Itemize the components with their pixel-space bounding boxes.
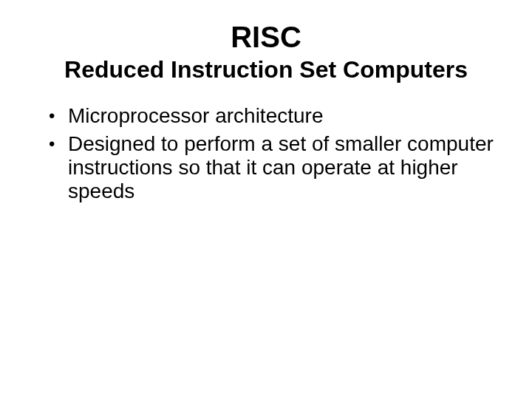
list-item: Microprocessor architecture [44,104,497,128]
slide-title: RISC [35,21,497,53]
bullet-list: Microprocessor architecture Designed to … [35,104,497,204]
list-item: Designed to perform a set of smaller com… [44,132,497,204]
slide: RISC Reduced Instruction Set Computers M… [0,0,532,399]
slide-subtitle: Reduced Instruction Set Computers [35,56,497,83]
